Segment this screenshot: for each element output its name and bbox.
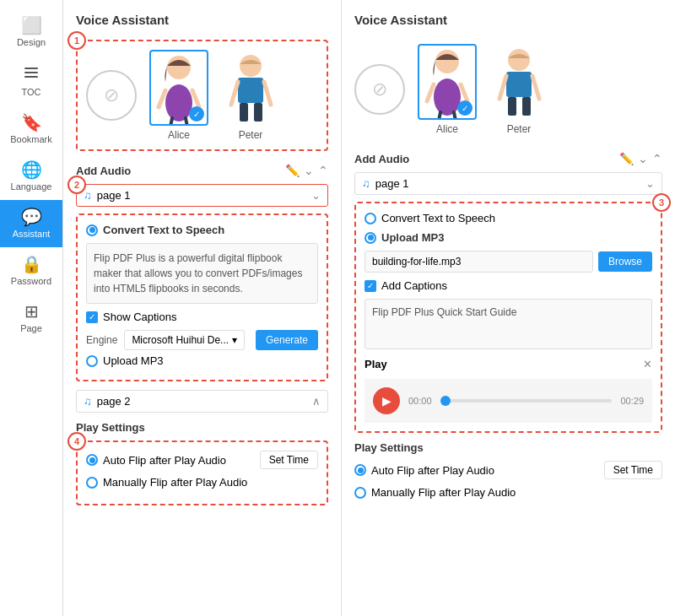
page-icon: ⊞	[24, 303, 39, 320]
avatar-alice-img: ✓	[149, 50, 208, 126]
alice-right-label: Alice	[436, 123, 458, 135]
svg-rect-22	[506, 72, 532, 97]
sidebar: ⬜ Design TOC 🔖 Bookmark 🌐 Language 💬 Ass…	[0, 0, 63, 616]
time-end: 00:29	[620, 396, 644, 406]
main-content: Voice Assistant 1 ⊘	[63, 0, 675, 616]
convert-section-left: Convert Text to Speech Flip PDF Plus is …	[76, 213, 328, 381]
sidebar-item-design[interactable]: ⬜ Design	[0, 8, 62, 56]
svg-rect-10	[238, 78, 263, 103]
svg-point-16	[434, 78, 461, 116]
sidebar-item-label: Page	[20, 323, 42, 333]
sidebar-item-label: Password	[11, 276, 51, 286]
play-settings-section-left: Play Settings 4 Auto Flip after Play Aud…	[76, 421, 328, 505]
badge-1: 1	[68, 31, 86, 50]
music-icon-2: ♫	[84, 395, 92, 408]
svg-rect-0	[24, 68, 38, 69]
manually-flip-radio-left[interactable]	[86, 477, 98, 489]
auto-flip-radio-right[interactable]	[354, 464, 366, 476]
manually-flip-label-left: Manually Flip after Play Audio	[103, 476, 247, 489]
page1-dropdown-left[interactable]: ♫ page 1 ⌄	[76, 184, 328, 207]
up-icon[interactable]: ⌃	[318, 164, 328, 177]
manually-flip-label-right: Manually Flip after Play Audio	[371, 486, 516, 499]
captions-text-display[interactable]: Flip PDF Plus Quick Start Guide	[364, 299, 652, 349]
play-title: Play	[364, 358, 387, 370]
page2-label: page 2	[97, 395, 131, 408]
avatar-peter-right[interactable]: Peter	[489, 44, 548, 135]
svg-point-21	[508, 49, 530, 71]
page1-dropdown-right[interactable]: ♫ page 1 ⌄	[354, 172, 662, 195]
show-captions-checkbox[interactable]	[86, 311, 98, 323]
play-settings-title-right: Play Settings	[354, 441, 662, 454]
sidebar-item-page[interactable]: ⊞ Page	[0, 294, 62, 342]
engine-select[interactable]: Microsoft Huihui De... ▾	[124, 330, 245, 350]
sidebar-item-label: TOC	[21, 87, 40, 97]
engine-value: Microsoft Huihui De...	[132, 334, 229, 346]
generate-button[interactable]: Generate	[256, 330, 318, 350]
add-audio-header-right: Add Audio ✏️ ⌄ ⌃	[354, 152, 662, 165]
play-settings-section-right: Play Settings Auto Flip after Play Audio…	[354, 441, 662, 499]
page1-name: page 1	[97, 189, 311, 202]
audio-icons-right: ✏️ ⌄ ⌃	[619, 152, 662, 165]
svg-line-12	[264, 82, 271, 105]
avatar-alice-right-img: ✓	[418, 44, 477, 120]
badge-3: 3	[652, 193, 671, 212]
page2-up-arrow[interactable]: ∧	[312, 395, 321, 408]
upload-mp3-label-right: Upload MP3	[381, 231, 444, 244]
convert-tts-label-right: Convert Text to Speech	[381, 212, 495, 224]
play-settings-inner-left: Auto Flip after Play Audio Set Time Manu…	[76, 440, 328, 505]
svg-line-20	[454, 112, 456, 118]
sidebar-item-toc[interactable]: TOC	[0, 56, 62, 105]
down-icon-right[interactable]: ⌄	[638, 152, 648, 165]
assistant-icon: 💬	[21, 208, 42, 225]
avatar-selection-left: ⊘	[76, 40, 328, 151]
svg-line-5	[159, 90, 165, 107]
play-settings-title-left: Play Settings	[76, 421, 328, 434]
browse-button[interactable]: Browse	[598, 251, 652, 272]
add-captions-row: Add Captions	[364, 279, 652, 292]
wand-icon[interactable]: ✏️	[285, 164, 300, 177]
svg-rect-25	[508, 97, 516, 116]
avatar-peter-left[interactable]: Peter	[221, 50, 280, 141]
file-upload-row: building-for-life.mp3 Browse	[364, 251, 652, 273]
manually-flip-row-left: Manually Flip after Play Audio	[86, 476, 318, 489]
convert-tts-row-right: Convert Text to Speech	[364, 212, 652, 224]
upload-mp3-row-right: Upload MP3	[364, 231, 652, 244]
auto-flip-radio-left[interactable]	[86, 454, 98, 466]
time-start: 00:00	[408, 396, 432, 406]
progress-thumb	[440, 396, 451, 406]
avatar-alice-left[interactable]: ✓ Alice	[149, 50, 208, 141]
engine-chevron: ▾	[232, 334, 237, 346]
progress-bar[interactable]	[440, 399, 613, 403]
alice-check-badge: ✓	[189, 106, 204, 122]
audio-icons: ✏️ ⌄ ⌃	[285, 164, 328, 177]
set-time-button-left[interactable]: Set Time	[260, 451, 318, 469]
down-icon[interactable]: ⌄	[304, 164, 314, 177]
play-button[interactable]: ▶	[373, 387, 400, 414]
upload-mp3-row-left: Upload MP3	[86, 350, 318, 371]
svg-line-24	[532, 76, 539, 99]
up-icon-right[interactable]: ⌃	[652, 152, 662, 165]
sidebar-item-bookmark[interactable]: 🔖 Bookmark	[0, 105, 62, 153]
upload-mp3-radio[interactable]	[86, 355, 98, 367]
avatar-none-right[interactable]: ⊘	[354, 64, 405, 115]
svg-line-19	[439, 112, 440, 118]
wand-icon-right[interactable]: ✏️	[619, 152, 634, 165]
auto-flip-row-left: Auto Flip after Play Audio Set Time	[86, 451, 318, 469]
sidebar-item-password[interactable]: 🔒 Password	[0, 247, 62, 294]
music-icon: ♫	[84, 189, 92, 202]
sidebar-item-assistant[interactable]: 💬 Assistant	[0, 200, 62, 247]
play-bar: ▶ 00:00 00:29	[364, 379, 652, 423]
auto-flip-label-left: Auto Flip after Play Audio	[103, 454, 226, 467]
manually-flip-radio-right[interactable]	[354, 487, 366, 499]
set-time-button-right[interactable]: Set Time	[604, 461, 662, 479]
convert-tts-radio[interactable]	[86, 224, 98, 236]
add-captions-checkbox[interactable]	[364, 280, 376, 292]
sidebar-item-language[interactable]: 🌐 Language	[0, 153, 62, 200]
password-icon: 🔒	[21, 256, 42, 273]
auto-flip-label-right: Auto Flip after Play Audio	[371, 464, 494, 477]
avatar-alice-right[interactable]: ✓ Alice	[418, 44, 477, 135]
avatar-none-left[interactable]: ⊘	[86, 70, 137, 121]
convert-tts-radio-right[interactable]	[364, 213, 376, 224]
close-play-button[interactable]: ✕	[643, 358, 652, 370]
upload-mp3-radio-right[interactable]	[364, 232, 376, 244]
